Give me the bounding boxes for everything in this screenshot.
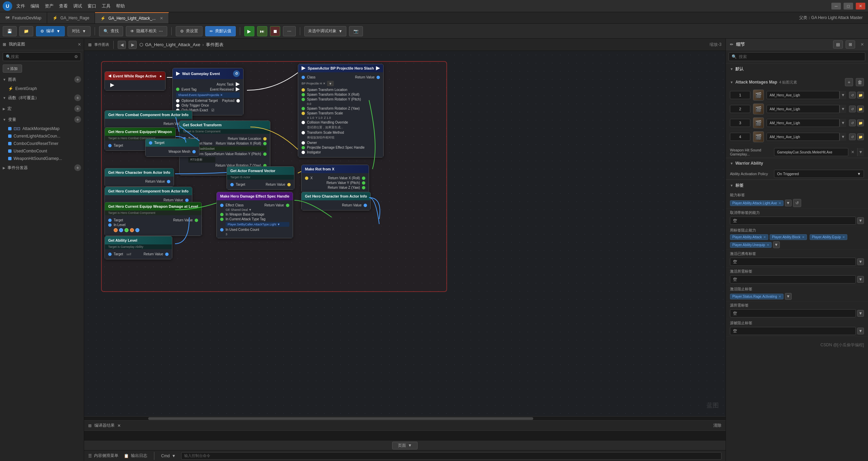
activate-blocked-dropdown-button[interactable]: ▼ <box>785 293 792 300</box>
console-input[interactable]: 输入控制台命令 <box>181 452 721 460</box>
cmd-button[interactable]: Cmd ▼ <box>161 454 176 458</box>
node-get-weapon-damage[interactable]: Get Hero Current Equipp Weapon Damage at… <box>104 202 202 236</box>
ability-tag-dropdown-button[interactable]: ▼ <box>785 200 792 206</box>
play-button[interactable]: ▶ <box>244 26 254 36</box>
node-target-weapon-mesh[interactable]: Target Weapon Mesh <box>145 139 199 157</box>
add-function-button[interactable]: + <box>74 94 81 101</box>
sidebar-section-variables[interactable]: ▼ 变量 + <box>0 114 84 125</box>
grid-view-button[interactable]: ⊞ <box>846 40 855 49</box>
browse-icon[interactable]: 📁 <box>857 92 864 98</box>
browse-icon[interactable]: 📁 <box>857 133 864 140</box>
montage-dropdown-1[interactable]: ▼ <box>840 91 846 99</box>
sidebar-item-attackmontagesmap[interactable]: ⊡⊡ AttackMontagesMap <box>0 125 84 132</box>
class-defaults-button[interactable]: ✏ 类默认值 <box>205 26 236 36</box>
more-button[interactable]: ⋯ <box>283 26 296 36</box>
activation-policy-dropdown[interactable]: On Triggered ▼ <box>774 170 864 178</box>
chip-close-button[interactable]: ✕ <box>778 201 781 205</box>
node-get-actor-forward[interactable]: Get Actor Forward Vector Target IS Actor… <box>227 166 294 190</box>
add-button[interactable]: + 添加 <box>3 64 22 73</box>
chip-close-button[interactable]: ✕ <box>802 235 805 239</box>
node-get-hero-character-2[interactable]: Get Hero Character from Actor Info Retur… <box>301 192 371 210</box>
montage-index-2[interactable]: 2 <box>730 105 750 113</box>
node-spawn-actor[interactable]: SpawnActor BP Projectile Hero Slash Clas… <box>298 64 384 158</box>
node-make-rot[interactable]: Make Rot from X X Return Value X (Roll) <box>301 165 369 193</box>
search-button[interactable]: 🔍 查找 <box>99 26 123 36</box>
add-graph-button[interactable]: + <box>74 76 81 83</box>
sidebar-close-button[interactable]: ✕ <box>78 42 81 47</box>
menu-view[interactable]: 查看 <box>59 3 68 9</box>
chip-close-button[interactable]: ✕ <box>767 243 769 247</box>
montage-index-3[interactable]: 3 <box>730 119 750 127</box>
montage-dropdown-3[interactable]: ▼ <box>840 119 846 127</box>
sidebar-section-graph[interactable]: ▼ 图表 + <box>0 74 84 85</box>
tab-close-icon[interactable]: ✕ <box>160 16 163 21</box>
source-blocked-dropdown-button[interactable]: ▼ <box>857 328 864 334</box>
remove-montage-button[interactable]: 🗑 <box>856 78 864 86</box>
montage-index-1[interactable]: 1 <box>730 91 750 99</box>
blueprint-canvas[interactable]: ◀ Event While Rage Active ● <box>84 51 726 416</box>
right-panel-search-box[interactable]: 🔍 搜索 <box>729 52 865 61</box>
hide-button[interactable]: 👁 隐藏不相关 ⋯ <box>126 26 167 36</box>
add-variable-button[interactable]: + <box>74 116 81 123</box>
compiler-close-icon[interactable]: ✕ <box>117 423 121 428</box>
weapon-hit-sound-field[interactable]: GameplayCue.Sounds.MeleeHit.Axe <box>774 148 848 156</box>
section-header-default[interactable]: ▼ 默认 <box>726 63 868 75</box>
browse-icon[interactable]: 📁 <box>857 106 864 112</box>
sidebar-section-events[interactable]: ▶ 事件分发器 + <box>0 162 84 173</box>
node-wait-gameplay-event[interactable]: Wait Gameplay Event ⏱ Async Task <box>172 68 244 115</box>
close-button[interactable]: ✕ <box>856 3 865 10</box>
node-get-hero-character-1[interactable]: Get Hero Character from Actor Info Retur… <box>104 168 174 187</box>
montage-index-4[interactable]: 4 <box>730 133 750 141</box>
tab-ga-hero-rage[interactable]: ⚡ GA_Hero_Rage <box>47 12 95 23</box>
menu-window[interactable]: 窗口 <box>88 3 96 9</box>
chip-close-button[interactable]: ✕ <box>763 235 766 239</box>
compile-button[interactable]: ⚙ 编译 ▼ <box>36 26 65 36</box>
node-event-while-rage[interactable]: ◀ Event While Rage Active ● <box>104 71 166 91</box>
menu-debug[interactable]: 调试 <box>73 3 82 9</box>
tab-featuredevmap[interactable]: 🗺 FeatureDevMap <box>0 12 47 23</box>
page-nav-button[interactable]: 页面 ▼ <box>392 442 418 449</box>
breadcrumb-item-blueprint[interactable]: GA_Hero_Light_Attack_Axe <box>145 42 200 47</box>
nav-forward-button[interactable]: ▶ <box>129 41 137 49</box>
reset-icon[interactable]: ↺ <box>849 133 856 140</box>
maximize-button[interactable]: □ <box>844 3 853 10</box>
content-sidebar-button[interactable]: ☰ 内容侧滑菜单 <box>88 453 118 459</box>
compile-dropdown[interactable]: ▼ <box>56 29 60 34</box>
sidebar-search-box[interactable]: 🔍 搜索 ⚙ <box>3 52 81 61</box>
camera-button[interactable]: 📷 <box>349 26 363 36</box>
breadcrumb-item-eventgraph[interactable]: 事件图表 <box>206 42 224 48</box>
sidebar-item-weaponhitsound[interactable]: WeaponHitSoundGamep... <box>0 155 84 162</box>
stop-button[interactable]: ⏹ <box>270 26 280 36</box>
sidebar-section-functions[interactable]: ▼ 函数（8可覆盖） + <box>0 92 84 103</box>
menu-help[interactable]: 帮助 <box>116 3 125 9</box>
compiler-clear-button[interactable]: 清除 <box>713 423 721 428</box>
add-montage-button[interactable]: + <box>845 78 853 86</box>
sidebar-section-macros[interactable]: ▶ 宏 + <box>0 103 84 114</box>
browse-button[interactable]: 📁 <box>19 26 33 36</box>
section-header-tags[interactable]: ▼ 标签 <box>726 180 868 191</box>
menu-assets[interactable]: 资产 <box>45 3 54 9</box>
debug-target-dropdown[interactable]: 未选中调试对象 ▼ <box>304 26 346 36</box>
chip-close-button[interactable]: ✕ <box>842 235 845 239</box>
sidebar-item-currentlightattack[interactable]: CurrentLightAttackCoun... <box>0 132 84 140</box>
output-log-button[interactable]: 📋 输出日志 <box>124 453 147 459</box>
class-settings-button[interactable]: ⚙ 类设置 <box>176 26 202 36</box>
browse-icon[interactable]: 📁 <box>857 119 864 126</box>
step-button[interactable]: ⏭ <box>257 26 267 36</box>
node-get-ability-level[interactable]: Get Ability Level Target is Gameplay Abi… <box>104 236 172 259</box>
sidebar-item-usedcombocount[interactable]: UsedComboCount <box>0 147 84 155</box>
activate-required-dropdown-button[interactable]: ▼ <box>857 276 864 283</box>
save-button[interactable]: 💾 <box>3 26 17 36</box>
add-event-button[interactable]: + <box>74 164 81 171</box>
ability-tag-undo-button[interactable]: ↺ <box>793 199 801 207</box>
diff-button[interactable]: 对比 ▼ <box>67 26 91 36</box>
reset-icon[interactable]: ↺ <box>849 92 856 98</box>
minimize-button[interactable]: ─ <box>831 3 841 10</box>
chip-close-button[interactable]: ✕ <box>778 295 781 298</box>
weapon-sound-dropdown[interactable]: ▼ <box>857 148 864 156</box>
node-make-damage-effect[interactable]: Make Hero Damage Effect Spec Handle Effe… <box>216 192 293 238</box>
sidebar-item-eventgraph[interactable]: ⚡ EventGraph <box>0 85 84 92</box>
source-required-dropdown-button[interactable]: ▼ <box>857 310 864 317</box>
tab-ga-hero-light-attack[interactable]: ⚡ GA_Hero_Light_Attack_... ✕ <box>95 12 169 23</box>
montage-dropdown-4[interactable]: ▼ <box>840 133 846 141</box>
